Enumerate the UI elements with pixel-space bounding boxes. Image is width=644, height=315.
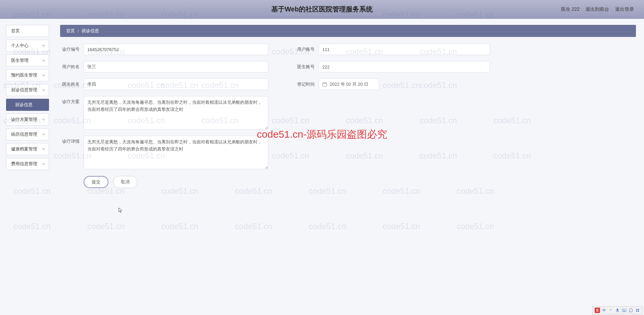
chevron-down-icon	[42, 133, 45, 136]
svg-rect-6	[623, 311, 626, 311]
sidebar-item-visit-info-mgmt[interactable]: 就诊信息管理	[6, 84, 49, 96]
sidebar-item-treatment-plan-mgmt[interactable]: 诊疗方案管理	[6, 114, 49, 126]
label-doctor-name: 医生姓名	[60, 79, 84, 87]
input-doctor-name[interactable]	[84, 79, 268, 90]
ime-mic-icon[interactable]	[615, 308, 620, 313]
breadcrumb: 首页 / 就诊信息	[60, 25, 636, 37]
label-doctor-account: 医生账号	[295, 61, 319, 70]
sidebar-item-personal[interactable]: 个人中心	[6, 40, 49, 52]
ime-lang-indicator[interactable]: 中	[601, 308, 607, 313]
sidebar-item-home[interactable]: 首页	[6, 25, 49, 37]
svg-point-4	[624, 309, 624, 310]
ime-toolbar[interactable]: S 中 °	[592, 306, 643, 314]
input-user-account[interactable]	[319, 44, 490, 55]
chevron-down-icon	[42, 162, 45, 166]
svg-rect-9	[636, 311, 637, 312]
sidebar-item-health-archive-mgmt[interactable]: 健康档案管理	[6, 143, 49, 155]
ime-skin-icon[interactable]	[628, 308, 634, 313]
header-bar: 基于Web的社区医院管理服务系统 医生 222 退出到前台 退出登录	[0, 0, 644, 19]
chevron-down-icon	[42, 88, 45, 92]
svg-rect-1	[617, 309, 618, 311]
header-right: 医生 222 退出到前台 退出登录	[561, 6, 634, 12]
sidebar-item-label: 健康档案管理	[11, 146, 37, 152]
input-diag-no[interactable]	[84, 44, 268, 55]
sidebar-item-medical-record-mgmt[interactable]: 病历信息管理	[6, 128, 49, 140]
sidebar-item-label: 就诊信息管理	[11, 87, 37, 93]
textarea-treat-plan[interactable]	[84, 96, 268, 130]
svg-point-3	[623, 309, 623, 310]
sidebar-item-visit-info[interactable]: 就诊信息	[6, 99, 49, 111]
svg-rect-2	[622, 309, 627, 312]
breadcrumb-separator: /	[78, 29, 79, 34]
chevron-down-icon	[42, 118, 45, 121]
label-user-account: 用户账号	[295, 44, 319, 52]
sidebar-item-label: 费用信息管理	[11, 161, 37, 167]
input-reg-time[interactable]: 2022 年 02 月 20 日	[319, 79, 379, 90]
ime-settings-icon[interactable]	[635, 308, 640, 313]
input-user-name[interactable]	[84, 61, 268, 73]
chevron-down-icon	[42, 59, 45, 62]
sidebar-item-label: 就诊信息	[15, 102, 33, 108]
svg-point-5	[625, 309, 625, 310]
form: 诊疗编号 用户账号 用户姓名 医生账号	[60, 37, 636, 188]
sidebar-item-doctor-mgmt[interactable]: 医生管理	[6, 54, 49, 66]
calendar-icon	[322, 82, 327, 87]
current-user[interactable]: 医生 222	[561, 6, 580, 12]
input-doctor-account[interactable]	[319, 61, 490, 73]
label-reg-time: 登记时间	[295, 79, 319, 87]
sidebar-item-label: 病历信息管理	[11, 131, 37, 137]
submit-button[interactable]: 提交	[84, 176, 108, 188]
ime-punct-icon[interactable]: °	[608, 308, 613, 313]
svg-rect-7	[636, 309, 637, 310]
sidebar: 首页 个人中心 医生管理 预约医生管理 就诊信息管理 就诊信息 诊疗方案管理 病…	[0, 19, 54, 315]
svg-rect-0	[323, 83, 327, 86]
sidebar-item-appointment-mgmt[interactable]: 预约医生管理	[6, 69, 49, 81]
breadcrumb-home[interactable]: 首页	[66, 28, 75, 34]
svg-rect-10	[638, 311, 639, 312]
sidebar-item-label: 预约医生管理	[11, 72, 37, 78]
app-title: 基于Web的社区医院管理服务系统	[271, 5, 373, 14]
logout-link[interactable]: 退出登录	[615, 6, 634, 12]
textarea-treat-detail[interactable]	[84, 136, 268, 169]
chevron-down-icon	[42, 44, 45, 47]
ime-logo-icon: S	[595, 308, 600, 313]
label-user-name: 用户姓名	[60, 61, 84, 70]
breadcrumb-current: 就诊信息	[82, 28, 99, 34]
cancel-button[interactable]: 取消	[113, 176, 137, 188]
chevron-down-icon	[42, 147, 45, 151]
content-area: 首页 / 就诊信息 诊疗编号 用户账号 用户姓名	[54, 19, 644, 315]
reg-time-value: 2022 年 02 月 20 日	[330, 81, 368, 87]
svg-rect-8	[638, 309, 639, 310]
label-treat-plan: 诊疗方案	[60, 96, 84, 105]
sidebar-item-fee-info-mgmt[interactable]: 费用信息管理	[6, 158, 49, 170]
label-diag-no: 诊疗编号	[60, 44, 84, 52]
chevron-down-icon	[42, 74, 45, 77]
sidebar-item-label: 个人中心	[11, 43, 29, 49]
sidebar-item-label: 诊疗方案管理	[11, 117, 37, 123]
sidebar-item-label: 首页	[11, 28, 20, 34]
ime-keyboard-icon[interactable]	[622, 308, 627, 313]
label-treat-detail: 诊疗详情	[60, 136, 84, 144]
exit-to-front-link[interactable]: 退出到前台	[586, 6, 609, 12]
sidebar-item-label: 医生管理	[11, 57, 29, 63]
